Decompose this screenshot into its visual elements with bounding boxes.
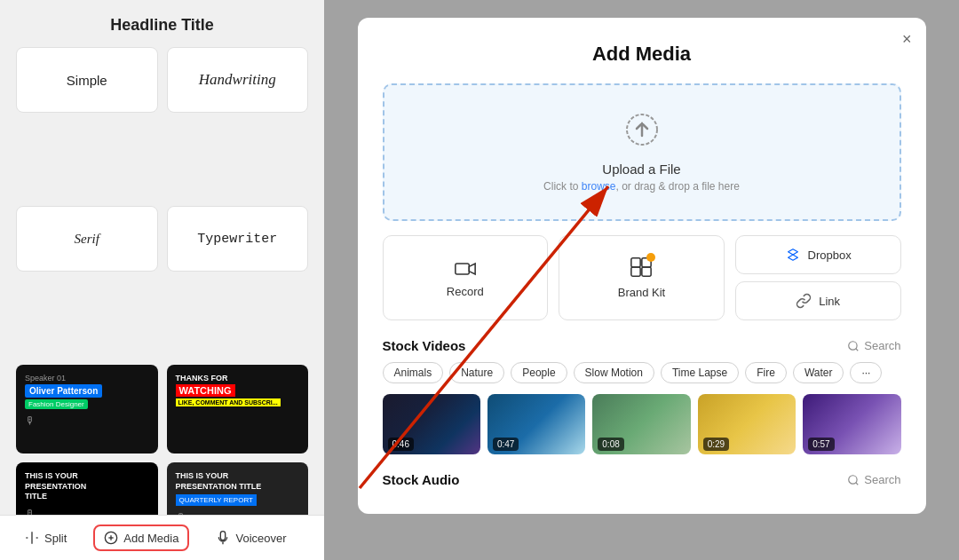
audio-search-icon [847, 474, 860, 486]
stock-audio-title: Stock Audio [383, 472, 460, 487]
svg-rect-6 [456, 264, 469, 274]
anim-handwriting[interactable]: Handwriting [167, 47, 309, 113]
filter-more[interactable]: ··· [850, 362, 882, 383]
filter-nature[interactable]: Nature [449, 362, 504, 383]
upload-title: Upload a File [602, 162, 680, 177]
modal-overlay: × Add Media Upload a File Click to brows… [324, 0, 959, 560]
filter-water[interactable]: Water [793, 362, 844, 383]
animation-grid: Simple Handwriting Serif Typewriter [0, 47, 324, 356]
video-thumb-2[interactable]: 0:47 [487, 394, 585, 454]
video-thumb-3[interactable]: 0:08 [592, 394, 690, 454]
voiceover-icon [216, 531, 230, 545]
anim-typewriter[interactable]: Typewriter [167, 206, 309, 272]
stock-audio-search[interactable]: Search [847, 473, 900, 486]
link-icon [796, 293, 812, 309]
right-actions: Dropbox Link [735, 235, 901, 320]
video-thumb-4[interactable]: 0:29 [698, 394, 796, 454]
action-row: Record Brand Kit [383, 235, 901, 320]
svg-point-12 [849, 341, 857, 349]
search-icon [847, 340, 860, 352]
stock-videos-search[interactable]: Search [847, 339, 900, 352]
split-icon [25, 531, 39, 545]
add-media-icon [104, 531, 118, 545]
bottom-toolbar: Split Add Media Voiceover [0, 515, 324, 560]
svg-rect-10 [642, 267, 651, 276]
filter-time-lapse[interactable]: Time Lapse [661, 362, 739, 383]
upload-icon [624, 112, 660, 154]
watching-card[interactable]: THANKS FOR WATCHING LIKE, COMMENT AND SU… [167, 365, 309, 454]
brand-kit-badge [646, 253, 655, 262]
brand-kit-button[interactable]: Brand Kit [559, 235, 725, 320]
mic-icon: 🎙 [25, 414, 36, 427]
svg-marker-11 [788, 249, 797, 261]
brand-kit-icon-wrapper [630, 256, 652, 280]
record-button[interactable]: Record [383, 235, 549, 320]
video-thumb-1[interactable]: 0:46 [383, 394, 480, 454]
svg-point-13 [849, 475, 857, 483]
link-button[interactable]: Link [735, 281, 901, 320]
upload-area[interactable]: Upload a File Click to browse, or drag &… [383, 83, 901, 221]
modal-close-button[interactable]: × [902, 30, 912, 49]
split-button[interactable]: Split [16, 526, 75, 549]
video-grid: 0:46 0:47 0:08 0:29 0:57 [383, 394, 901, 454]
svg-rect-7 [631, 258, 640, 267]
speaker-card[interactable]: Speaker 01 Oliver Patterson Fashion Desi… [16, 365, 158, 454]
upload-sub: Click to browse, or drag & drop a file h… [543, 180, 740, 193]
add-media-button[interactable]: Add Media [93, 525, 189, 551]
anim-simple[interactable]: Simple [16, 47, 158, 113]
browse-link[interactable]: browse [582, 180, 616, 193]
filter-slow-motion[interactable]: Slow Motion [574, 362, 654, 383]
stock-videos-title: Stock Videos [383, 338, 466, 353]
left-panel: Headline Title Simple Handwriting Serif … [0, 0, 324, 560]
dropbox-button[interactable]: Dropbox [735, 235, 901, 274]
stock-videos-header: Stock Videos Search [383, 338, 901, 353]
modal-title: Add Media [383, 43, 901, 66]
dropbox-icon [785, 247, 801, 263]
video-thumb-5[interactable]: 0:57 [803, 394, 900, 454]
anim-serif[interactable]: Serif [16, 206, 158, 272]
add-media-modal: × Add Media Upload a File Click to brows… [358, 18, 926, 514]
record-icon [455, 258, 476, 280]
panel-title: Headline Title [0, 0, 324, 47]
filter-tags: Animals Nature People Slow Motion Time L… [383, 362, 901, 383]
filter-fire[interactable]: Fire [745, 362, 787, 383]
svg-rect-9 [631, 267, 640, 276]
voiceover-button[interactable]: Voiceover [207, 526, 295, 549]
filter-animals[interactable]: Animals [383, 362, 444, 383]
filter-people[interactable]: People [511, 362, 567, 383]
stock-audio-header: Stock Audio Search [383, 472, 901, 487]
